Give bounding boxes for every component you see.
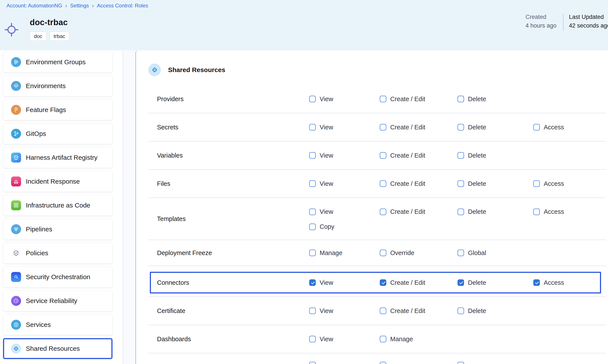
unchecked-checkbox[interactable]	[309, 336, 316, 342]
sidebar-item-shared-resources[interactable]: Shared Resources	[3, 338, 112, 359]
sidebar-item-security-orchestration[interactable]: Security Orchestration	[3, 267, 112, 287]
unchecked-checkbox[interactable]	[458, 96, 464, 102]
sidebar-item-gitops[interactable]: GitOps	[3, 123, 112, 144]
unchecked-checkbox[interactable]	[309, 362, 316, 364]
unchecked-checkbox[interactable]	[309, 308, 316, 314]
unchecked-checkbox[interactable]	[458, 250, 464, 256]
unchecked-checkbox[interactable]	[380, 336, 386, 342]
permission-certificate-create-edit[interactable]: Create / Edit	[380, 307, 458, 314]
sidebar-item-service-reliability[interactable]: Service Reliability	[3, 290, 112, 311]
permission-connectors-create-edit[interactable]: Create / Edit	[380, 279, 458, 286]
permission-label: Access	[544, 279, 564, 286]
unchecked-checkbox[interactable]	[533, 180, 540, 187]
unchecked-checkbox[interactable]	[458, 180, 464, 187]
panel-divider[interactable]	[123, 50, 135, 364]
unchecked-checkbox[interactable]	[309, 152, 316, 159]
sidebar-item-pipelines[interactable]: Pipelines	[3, 219, 112, 240]
sidebar-item-environments[interactable]: Environments	[3, 76, 112, 96]
permission-cell: Access	[533, 279, 600, 286]
checked-checkbox[interactable]	[458, 279, 464, 286]
sidebar-item-harness-artifact-registry[interactable]: Harness Artifact Registry	[3, 147, 112, 168]
permission-deployment-freeze-override[interactable]: Override	[380, 249, 458, 257]
unchecked-checkbox[interactable]	[309, 124, 316, 130]
unchecked-checkbox[interactable]	[380, 180, 386, 187]
sidebar-item-environment-groups[interactable]: Environment Groups	[3, 52, 112, 73]
sidebar-item-label: Environment Groups	[26, 58, 86, 66]
sidebar-item-feature-flags[interactable]: Feature Flags	[3, 99, 112, 120]
permission-deployment-freeze-global[interactable]: Global	[458, 249, 533, 257]
unchecked-checkbox[interactable]	[309, 96, 316, 102]
unchecked-checkbox[interactable]	[309, 250, 316, 256]
permission-secrets-create-edit[interactable]: Create / Edit	[380, 124, 458, 131]
unchecked-checkbox[interactable]	[380, 152, 386, 159]
permission-templates-delete[interactable]: Delete	[458, 208, 533, 215]
unchecked-checkbox[interactable]	[380, 96, 386, 102]
sidebar-item-incident-response[interactable]: Incident Response	[3, 171, 112, 192]
unchecked-checkbox[interactable]	[458, 208, 464, 215]
unchecked-checkbox[interactable]	[309, 223, 316, 230]
permission-providers-delete[interactable]: Delete	[458, 95, 533, 103]
unchecked-checkbox[interactable]	[309, 208, 316, 215]
permission-templates-copy[interactable]: Copy	[309, 223, 380, 230]
permission-templates-view[interactable]: View	[309, 208, 380, 215]
unchecked-checkbox[interactable]	[533, 124, 540, 130]
sidebar-item-policies[interactable]: Policies	[3, 243, 112, 263]
permission-files-view[interactable]: View	[309, 180, 380, 187]
checked-checkbox[interactable]	[309, 279, 316, 286]
permission-cell: Manage	[380, 336, 458, 343]
unchecked-checkbox[interactable]	[458, 308, 464, 314]
unchecked-checkbox[interactable]	[533, 208, 540, 215]
permission-templates-access[interactable]: Access	[533, 208, 606, 215]
permission-files-create-edit[interactable]: Create / Edit	[380, 180, 458, 187]
permission-files-access[interactable]: Access	[533, 180, 606, 187]
permission-connectors-access[interactable]: Access	[533, 279, 600, 286]
permission-row-row[interactable]	[309, 362, 380, 364]
permission-connectors-delete[interactable]: Delete	[458, 279, 533, 286]
feature-flags-icon	[11, 105, 21, 115]
unchecked-checkbox[interactable]	[380, 362, 386, 364]
permission-row-providers: ProvidersViewCreate / EditDelete	[148, 85, 606, 113]
permission-variables-view[interactable]: View	[309, 152, 380, 159]
permission-certificate-delete[interactable]: Delete	[458, 307, 533, 314]
permission-cell	[380, 362, 458, 364]
highlighted-row-connectors: ConnectorsViewCreate / EditDeleteAccess	[150, 272, 601, 293]
unchecked-checkbox[interactable]	[380, 124, 386, 130]
permission-label: Create / Edit	[390, 152, 425, 159]
permission-row-row[interactable]	[458, 362, 533, 364]
permission-cell: Global	[458, 249, 533, 257]
unchecked-checkbox[interactable]	[458, 124, 464, 130]
unchecked-checkbox[interactable]	[458, 362, 464, 364]
permission-row-row[interactable]	[380, 362, 458, 364]
tag-doc: doc	[30, 32, 46, 41]
role-target-icon	[4, 23, 19, 37]
unchecked-checkbox[interactable]	[380, 250, 386, 256]
permission-secrets-delete[interactable]: Delete	[458, 124, 533, 131]
permission-row-dashboards: DashboardsViewManage	[148, 325, 606, 353]
breadcrumb-link-access-control-roles[interactable]: Access Control: Roles	[97, 3, 148, 9]
checked-checkbox[interactable]	[380, 279, 386, 286]
permission-variables-create-edit[interactable]: Create / Edit	[380, 152, 458, 159]
sidebar-item-services[interactable]: Services	[3, 314, 112, 335]
sidebar-item-label: Policies	[26, 249, 48, 257]
permission-variables-delete[interactable]: Delete	[458, 152, 533, 159]
breadcrumb-link-account-automationng[interactable]: Account: AutomationNG	[7, 3, 62, 9]
permission-cell: Delete	[458, 279, 533, 286]
permission-providers-view[interactable]: View	[309, 95, 380, 103]
permission-secrets-access[interactable]: Access	[533, 124, 606, 131]
checked-checkbox[interactable]	[533, 279, 540, 286]
permission-connectors-view[interactable]: View	[309, 279, 380, 286]
permission-deployment-freeze-manage[interactable]: Manage	[309, 249, 380, 257]
permission-templates-create-edit[interactable]: Create / Edit	[380, 208, 458, 215]
unchecked-checkbox[interactable]	[380, 308, 386, 314]
permission-secrets-view[interactable]: View	[309, 124, 380, 131]
permission-dashboards-manage[interactable]: Manage	[380, 336, 458, 343]
permission-certificate-view[interactable]: View	[309, 307, 380, 314]
permission-providers-create-edit[interactable]: Create / Edit	[380, 95, 458, 103]
unchecked-checkbox[interactable]	[309, 180, 316, 187]
unchecked-checkbox[interactable]	[380, 208, 386, 215]
permission-dashboards-view[interactable]: View	[309, 336, 380, 343]
breadcrumb-link-settings[interactable]: Settings	[70, 3, 89, 9]
unchecked-checkbox[interactable]	[458, 152, 464, 159]
permission-files-delete[interactable]: Delete	[458, 180, 533, 187]
sidebar-item-infrastructure-as-code[interactable]: Infrastructure as Code	[3, 195, 112, 216]
